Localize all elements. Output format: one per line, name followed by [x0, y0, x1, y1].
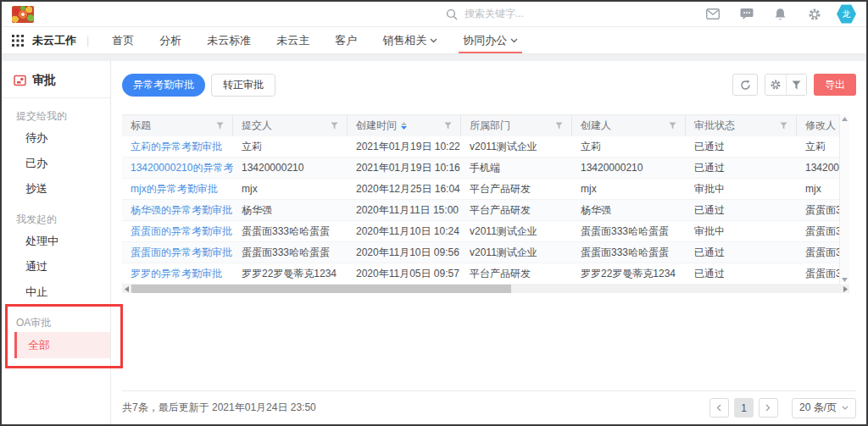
cell-submitter: 立莉: [233, 136, 348, 157]
cell-title-link[interactable]: 杨华强的异常考勤审批: [122, 200, 233, 220]
toolbar-actions: 导出: [732, 74, 856, 96]
mail-icon[interactable]: [705, 7, 720, 21]
horizontal-scrollbar[interactable]: [122, 285, 849, 293]
page-number-1[interactable]: 1: [734, 398, 754, 418]
topbar: 搜索关键字... 龙: [2, 2, 866, 27]
nav-item-analysis[interactable]: 分析: [147, 27, 194, 53]
refresh-icon: [740, 80, 751, 91]
cell-creator: mjx: [572, 179, 686, 199]
nav-divider: |: [86, 35, 89, 47]
filter-icon[interactable]: [669, 122, 676, 130]
user-avatar[interactable]: 龙: [837, 4, 856, 24]
nav-item-main[interactable]: 未云主: [264, 27, 322, 53]
cell-title-link[interactable]: 蛋蛋面的异常考勤审批: [122, 242, 233, 263]
nav-item-collaboration[interactable]: 协同办公: [450, 27, 531, 53]
cell-modifier: 立莉: [797, 136, 839, 157]
gear-icon[interactable]: [807, 7, 821, 21]
sidebar: 审批 提交给我的 待办 已办 抄送 我发起的 处理中 通过 中止 OA审批 全部: [2, 61, 111, 424]
cell-creator: 罗罗22罗曼蒂克1234: [572, 263, 686, 284]
sidebar-item-done[interactable]: 已办: [2, 151, 110, 176]
column-header-creator[interactable]: 创建人: [572, 115, 686, 136]
filter-icon[interactable]: [555, 122, 563, 130]
cell-submitter: mjx: [233, 179, 348, 199]
cell-title-link[interactable]: 立莉的异常考勤审批: [122, 136, 233, 157]
sidebar-item-processing[interactable]: 处理中: [2, 229, 110, 254]
chevron-down-icon: [510, 38, 518, 43]
sidebar-group-initiated-by-me: 我发起的: [2, 210, 110, 229]
chat-icon[interactable]: [739, 7, 754, 21]
table-row[interactable]: 蛋蛋面的异常考勤审批 蛋蛋面333哈哈蛋蛋 2020年11月10日 09:56 …: [122, 242, 839, 263]
table-row[interactable]: mjx的异常考勤审批 mjx 2020年12月25日 16:04 平台产品研发 …: [122, 179, 839, 200]
sidebar-item-all[interactable]: 全部: [14, 332, 110, 358]
nav-item-sales[interactable]: 销售相关: [370, 27, 450, 53]
cell-submitter: 13420000210: [233, 158, 348, 178]
sidebar-item-passed[interactable]: 通过: [2, 254, 110, 279]
bell-icon[interactable]: [773, 7, 787, 21]
column-header-created-time[interactable]: 创建时间: [348, 115, 461, 136]
next-page-button[interactable]: [759, 398, 778, 418]
column-header-department[interactable]: 所属部门: [461, 115, 572, 136]
refresh-button[interactable]: [732, 74, 758, 96]
sidebar-item-aborted[interactable]: 中止: [2, 279, 110, 305]
nav-item-customer[interactable]: 客户: [322, 27, 370, 53]
global-search[interactable]: 搜索关键字...: [444, 7, 597, 21]
prev-page-button[interactable]: [709, 398, 729, 418]
active-nav-underline: [459, 52, 522, 53]
column-header-approval-status[interactable]: 审批状态: [686, 115, 797, 136]
filter-icon[interactable]: [331, 122, 338, 130]
column-header-title[interactable]: 标题: [122, 115, 233, 136]
scroll-right-icon[interactable]: [841, 286, 849, 292]
filter-button[interactable]: [786, 75, 806, 95]
table-row[interactable]: 罗罗的异常考勤审批 罗罗22罗曼蒂克1234 2020年11月05日 09:57…: [122, 263, 839, 285]
filter-icon[interactable]: [216, 122, 224, 130]
sidebar-item-cc[interactable]: 抄送: [2, 176, 110, 202]
cell-modifier: 蛋蛋面333哈哈蛋蛋: [797, 242, 839, 263]
cell-title-link[interactable]: 蛋蛋面的异常考勤审批: [122, 221, 233, 241]
scrollbar-thumb[interactable]: [131, 285, 511, 293]
approval-icon: [14, 75, 26, 86]
page-size-select[interactable]: 20 条/页: [792, 398, 856, 418]
sidebar-item-todo[interactable]: 待办: [2, 125, 110, 151]
table-row[interactable]: 杨华强的异常考勤审批 杨华强 2020年11月11日 15:00 平台产品研发 …: [122, 200, 839, 221]
column-header-modifier[interactable]: 修改人: [797, 115, 839, 136]
sidebar-title: 审批: [32, 73, 56, 88]
cell-status: 已通过: [686, 200, 797, 220]
search-placeholder: 搜索关键字...: [465, 7, 524, 21]
cell-submitter: 蛋蛋面333哈哈蛋蛋: [233, 221, 348, 241]
main-toolbar: 异常考勤审批 转正审批 导出: [122, 73, 856, 97]
filter-icon[interactable]: [444, 122, 452, 130]
company-logo[interactable]: [12, 6, 34, 23]
tab-regularization[interactable]: 转正审批: [211, 74, 275, 97]
cell-created: 2020年11月05日 09:57: [348, 263, 461, 284]
filter-icon[interactable]: [780, 122, 787, 130]
nav-item-standard[interactable]: 未云标准: [194, 27, 264, 53]
cell-created: 2020年11月10日 09:56: [348, 242, 461, 263]
gear-icon: [770, 79, 782, 91]
scroll-left-icon[interactable]: [122, 286, 131, 292]
sort-icon[interactable]: [401, 122, 407, 130]
navbar-left: 未云工作 |: [12, 27, 99, 53]
filter-icon: [792, 80, 801, 90]
column-settings-button[interactable]: [765, 75, 786, 95]
cell-status: 已通过: [686, 263, 797, 284]
cell-title-link[interactable]: mjx的异常考勤审批: [122, 179, 233, 199]
pagination: 1 20 条/页: [709, 398, 856, 418]
cell-status: 审批中: [686, 221, 797, 241]
workspace-title[interactable]: 未云工作: [32, 33, 76, 48]
nav-item-home[interactable]: 首页: [99, 27, 147, 53]
scroll-up-icon[interactable]: [842, 117, 848, 121]
scroll-down-icon[interactable]: [842, 278, 848, 282]
cell-title-link[interactable]: 13420000210的异常考勤审批: [122, 158, 233, 178]
apps-grid-icon[interactable]: [12, 35, 24, 47]
vertical-scrollbar[interactable]: [839, 114, 849, 285]
cell-title-link[interactable]: 罗罗的异常考勤审批: [122, 263, 233, 284]
export-button[interactable]: 导出: [814, 74, 856, 96]
table-row[interactable]: 13420000210的异常考勤审批 13420000210 2021年01月1…: [122, 158, 839, 179]
sidebar-header: 审批: [2, 69, 110, 91]
table-row[interactable]: 蛋蛋面的异常考勤审批 蛋蛋面333哈哈蛋蛋 2020年11月10日 10:24 …: [122, 221, 839, 242]
cell-creator: 蛋蛋面333哈哈蛋蛋: [572, 221, 686, 241]
tab-abnormal-attendance[interactable]: 异常考勤审批: [122, 74, 205, 97]
column-header-submitter[interactable]: 提交人: [233, 115, 348, 136]
table-row[interactable]: 立莉的异常考勤审批 立莉 2021年01月19日 10:22 v2011测试企业…: [122, 136, 839, 158]
main-panel: 异常考勤审批 转正审批 导出: [111, 61, 866, 424]
